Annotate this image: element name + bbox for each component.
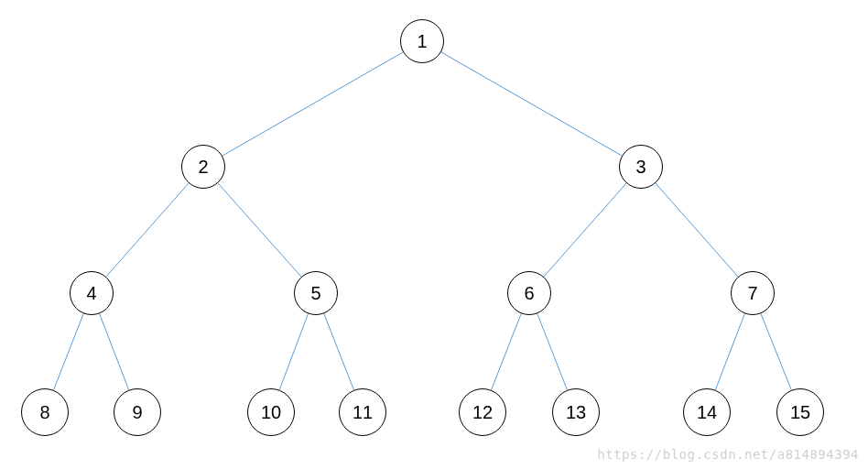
tree-node-2: 2 xyxy=(181,145,225,189)
tree-node-label: 8 xyxy=(39,402,49,423)
tree-edge xyxy=(53,313,83,389)
tree-node-9: 9 xyxy=(114,388,161,436)
tree-edge xyxy=(656,183,738,277)
tree-node-label: 13 xyxy=(566,402,586,423)
tree-node-label: 2 xyxy=(198,157,208,178)
tree-node-1: 1 xyxy=(400,19,444,63)
tree-edge xyxy=(441,52,622,156)
tree-edge xyxy=(537,313,568,389)
tree-node-5: 5 xyxy=(294,271,338,315)
tree-edge xyxy=(324,313,354,389)
tree-node-12: 12 xyxy=(459,388,506,436)
tree-node-14: 14 xyxy=(683,388,731,436)
watermark-text: https://blog.csdn.net/a814894394 xyxy=(597,447,859,462)
tree-node-4: 4 xyxy=(70,271,114,315)
tree-node-label: 14 xyxy=(697,402,717,423)
tree-edge xyxy=(218,183,301,277)
tree-node-label: 15 xyxy=(790,402,810,423)
tree-edge xyxy=(279,313,308,389)
tree-edge xyxy=(491,313,521,389)
tree-node-label: 11 xyxy=(353,402,373,423)
tree-node-label: 10 xyxy=(261,402,281,423)
tree-node-label: 9 xyxy=(132,402,142,423)
tree-node-6: 6 xyxy=(507,271,551,315)
tree-node-13: 13 xyxy=(552,388,600,436)
tree-edge xyxy=(106,183,189,277)
tree-node-label: 3 xyxy=(635,157,646,178)
tree-node-15: 15 xyxy=(776,388,824,436)
tree-node-label: 4 xyxy=(86,283,96,304)
tree-node-7: 7 xyxy=(731,271,775,315)
tree-edge xyxy=(100,313,129,389)
tree-node-label: 12 xyxy=(472,402,493,423)
tree-node-11: 11 xyxy=(339,388,386,436)
tree-node-label: 7 xyxy=(747,283,757,304)
tree-node-10: 10 xyxy=(247,388,295,436)
tree-edge xyxy=(222,52,403,156)
tree-edge xyxy=(544,183,626,277)
tree-node-label: 1 xyxy=(417,31,427,52)
tree-node-label: 5 xyxy=(310,283,320,304)
tree-node-label: 6 xyxy=(524,283,534,304)
tree-edge xyxy=(715,313,744,389)
tree-edge xyxy=(761,313,791,390)
tree-node-3: 3 xyxy=(619,145,663,189)
tree-node-8: 8 xyxy=(21,388,69,436)
